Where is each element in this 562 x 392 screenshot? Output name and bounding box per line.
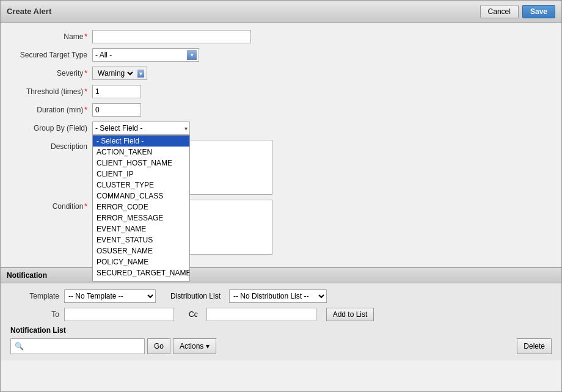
threshold-row: Threshold (times)* [13,85,549,98]
description-label: Description [13,140,92,151]
group-by-select[interactable]: - Select Field - [92,122,190,135]
field-item-error-code[interactable]: ERROR_CODE [93,201,189,212]
severity-dropdown-btn[interactable]: ▾ [137,70,144,78]
name-row: Name* [13,30,549,43]
severity-row: Severity* Warning Critical Info ▾ [13,67,549,80]
field-item-client-ip[interactable]: CLIENT_IP [93,169,189,180]
secured-target-row: Secured Target Type - All - ▾ [13,48,549,62]
distribution-label: Distribution List [170,292,221,300]
field-item-policy-name[interactable]: POLICY_NAME [93,256,189,267]
duration-input[interactable] [92,103,141,117]
group-by-wrapper: - Select Field - ▾ - Select Field - ACTI… [92,122,190,135]
cancel-button[interactable]: Cancel [480,5,519,18]
dialog-header: Create Alert Cancel Save [1,1,561,23]
duration-label: Duration (min)* [13,103,92,114]
severity-label: Severity* [13,67,92,78]
distribution-select[interactable]: -- No Distribution List -- [229,289,327,303]
field-item-command-class[interactable]: COMMAND_CLASS [93,191,189,201]
notification-toolbar: 🔍 Go Actions ▾ Delete [10,338,552,354]
threshold-label: Threshold (times)* [13,85,92,96]
notification-body: Template -- No Template -- Distribution … [1,283,561,360]
template-select[interactable]: -- No Template -- [64,289,156,303]
template-distribution-row: Template -- No Template -- Distribution … [10,289,552,303]
field-item-action-taken[interactable]: ACTION_TAKEN [93,147,189,158]
field-dropdown: - Select Field - ACTION_TAKEN CLIENT_HOS… [92,135,190,281]
secured-target-label: Secured Target Type [13,48,92,59]
notification-header: Notification [1,268,561,283]
field-item-error-message[interactable]: ERROR_MESSAGE [93,212,189,223]
go-button[interactable]: Go [147,338,170,354]
actions-button[interactable]: Actions ▾ [173,338,216,354]
field-item-event-name[interactable]: EVENT_NAME [93,223,189,234]
cc-input[interactable] [206,308,316,321]
field-item-osuser-name[interactable]: OSUSER_NAME [93,245,189,256]
field-item-select-field[interactable]: - Select Field - [93,136,189,147]
dialog-title: Create Alert [7,7,51,16]
secured-target-wrap: - All - ▾ [92,48,199,62]
delete-button[interactable]: Delete [517,338,552,354]
notification-section: Notification Template -- No Template -- … [1,267,561,360]
field-item-event-status[interactable]: EVENT_STATUS [93,234,189,245]
group-by-row: Group By (Field) - Select Field - ▾ - Se… [13,122,549,135]
search-bar: 🔍 [10,338,145,354]
name-input[interactable] [92,30,251,43]
severity-select[interactable]: Warning Critical Info [95,68,135,78]
header-buttons: Cancel Save [480,5,555,18]
severity-dropdown: Warning Critical Info ▾ [92,67,147,80]
cc-label: Cc [189,310,198,319]
secured-target-select[interactable]: - All - [92,48,199,62]
notification-list-label: Notification List [10,326,552,335]
name-label: Name* [13,30,92,41]
save-button[interactable]: Save [522,5,555,18]
threshold-input[interactable] [92,85,141,98]
field-item-client-host-name[interactable]: CLIENT_HOST_NAME [93,158,189,169]
dialog-body: Name* Secured Target Type - All - ▾ Seve… [1,23,561,391]
field-item-target-object[interactable]: TARGET_OBJECT [93,278,189,281]
group-by-label: Group By (Field) [13,122,92,132]
condition-label: Condition* [13,200,92,211]
actions-label: Actions [180,342,203,350]
field-item-secured-target-name[interactable]: SECURED_TARGET_NAME [93,267,189,278]
actions-arrow-icon: ▾ [206,342,210,350]
duration-row: Duration (min)* [13,103,549,117]
template-label: Template [10,292,59,300]
search-icon: 🔍 [15,342,24,350]
to-input[interactable] [64,308,174,321]
to-cc-row: To Cc Add to List [10,308,552,321]
search-input[interactable] [26,342,140,350]
field-item-cluster-type[interactable]: CLUSTER_TYPE [93,180,189,191]
add-to-list-button[interactable]: Add to List [326,308,374,321]
to-label: To [10,310,59,319]
form-area: Name* Secured Target Type - All - ▾ Seve… [1,23,561,267]
create-alert-dialog: Create Alert Cancel Save Name* Secured T… [0,0,562,392]
